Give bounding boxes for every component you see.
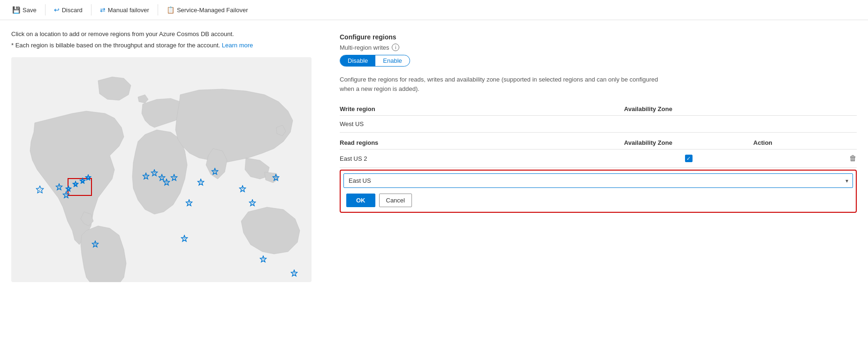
map-container[interactable]: ✓ + + + + + + [11, 57, 312, 282]
marker-uae[interactable]: + [185, 199, 193, 207]
svg-text:+: + [242, 187, 244, 190]
svg-text:+: + [65, 193, 67, 196]
region-select-wrapper: East US West US East US 2 North Europe S… [343, 173, 853, 188]
save-label: Save [23, 7, 37, 14]
configure-regions-title: Configure regions [340, 33, 857, 41]
marker-new-zealand[interactable]: + [290, 269, 298, 277]
discard-button[interactable]: ↩ Discard [49, 4, 87, 16]
discard-icon: ↩ [54, 6, 60, 14]
svg-text:+: + [94, 242, 96, 246]
multi-region-info-icon[interactable]: i [392, 44, 399, 51]
world-map [11, 57, 312, 282]
svg-text:+: + [82, 179, 84, 182]
marker-australia[interactable]: + [259, 255, 267, 263]
marker-west-europe[interactable]: + [142, 172, 150, 180]
svg-text:+: + [251, 201, 253, 204]
multi-region-label: Multi-region writes i [340, 44, 857, 51]
toolbar-separator-1 [45, 4, 46, 15]
marker-south-us[interactable]: + [62, 191, 70, 199]
new-region-dropdown-container: East US West US East US 2 North Europe S… [340, 170, 857, 213]
marker-north-east[interactable]: + [84, 173, 92, 182]
read-region-name: East US 2 [340, 149, 624, 168]
svg-text:+: + [200, 180, 202, 184]
service-managed-icon: 📋 [167, 6, 175, 14]
toolbar: 💾 Save ↩ Discard ⇄ Manual failover 📋 Ser… [0, 0, 868, 20]
marker-west-us[interactable]: ✓ [36, 185, 44, 194]
toolbar-separator-2 [91, 4, 91, 15]
svg-text:+: + [188, 201, 190, 204]
write-region-value: West US [340, 116, 624, 133]
svg-text:+: + [173, 176, 175, 179]
marker-india-west[interactable]: + [197, 178, 205, 187]
write-zone-col [624, 116, 754, 133]
svg-text:+: + [166, 180, 168, 184]
save-button[interactable]: 💾 Save [8, 4, 41, 16]
manual-failover-label: Manual failover [108, 7, 149, 14]
svg-text:✓: ✓ [38, 188, 41, 192]
action-buttons: OK Cancel [343, 192, 853, 209]
availability-zone-header-read: Availability Zone [624, 136, 754, 149]
svg-text:+: + [87, 176, 89, 179]
discard-label: Discard [62, 7, 83, 14]
ok-button[interactable]: OK [346, 194, 375, 207]
enable-toggle[interactable]: Enable [375, 55, 409, 66]
svg-text:+: + [275, 176, 277, 179]
availability-zone-checkbox[interactable]: ✓ [685, 155, 693, 162]
configure-description: Configure the regions for reads, writes … [340, 75, 659, 93]
svg-text:+: + [214, 170, 216, 173]
description-line2: * Each region is billable based on the t… [11, 41, 321, 50]
svg-text:+: + [75, 182, 76, 186]
delete-region-button[interactable]: 🗑 [849, 154, 857, 163]
read-action-cell: 🗑 [754, 149, 857, 168]
svg-text:+: + [183, 237, 185, 240]
svg-text:+: + [68, 187, 69, 190]
marker-germany[interactable]: + [170, 173, 178, 182]
failover-icon: ⇄ [100, 6, 106, 14]
right-panel: Configure regions Multi-region writes i … [340, 30, 857, 282]
service-managed-failover-button[interactable]: 📋 Service-Managed Failover [162, 4, 253, 16]
svg-text:+: + [145, 174, 147, 178]
read-regions-header: Read regions [340, 136, 624, 149]
toggle-group: Disable Enable [340, 55, 410, 67]
svg-text:+: + [58, 185, 60, 188]
write-region-header: Write region [340, 103, 624, 116]
save-icon: 💾 [12, 6, 20, 14]
action-header-placeholder [754, 103, 857, 116]
write-action-col [754, 116, 857, 133]
description-line1: Click on a location to add or remove reg… [11, 30, 321, 39]
cancel-button[interactable]: Cancel [379, 194, 412, 207]
svg-text:+: + [262, 257, 264, 261]
read-regions-table: Read regions Availability Zone Action Ea… [340, 136, 857, 168]
action-header: Action [754, 136, 857, 149]
learn-more-link[interactable]: Learn more [222, 42, 253, 49]
read-zone-checkbox-cell: ✓ [624, 149, 754, 168]
marker-south-africa[interactable]: + [180, 234, 189, 243]
marker-india-central[interactable]: + [211, 167, 219, 176]
toolbar-separator-3 [158, 4, 158, 15]
region-select[interactable]: East US West US East US 2 North Europe S… [343, 173, 853, 188]
marker-japan[interactable]: + [272, 173, 280, 182]
svg-text:+: + [293, 271, 295, 275]
regions-table: Write region Availability Zone West US [340, 103, 857, 133]
marker-southeast-asia[interactable]: + [238, 185, 247, 193]
marker-east-asia[interactable]: + [248, 199, 257, 207]
left-panel: Click on a location to add or remove reg… [11, 30, 321, 282]
disable-toggle[interactable]: Disable [340, 55, 375, 66]
manual-failover-button[interactable]: ⇄ Manual failover [95, 4, 154, 16]
availability-zone-header-write: Availability Zone [624, 103, 754, 116]
main-content: Click on a location to add or remove reg… [0, 20, 868, 291]
write-region-row: West US [340, 116, 857, 133]
marker-brazil[interactable]: + [91, 240, 99, 248]
service-managed-failover-label: Service-Managed Failover [177, 7, 248, 14]
marker-central-us[interactable]: + [55, 183, 63, 191]
read-region-row: East US 2 ✓ 🗑 [340, 149, 857, 168]
description: Click on a location to add or remove reg… [11, 30, 321, 50]
svg-text:+: + [153, 171, 155, 174]
